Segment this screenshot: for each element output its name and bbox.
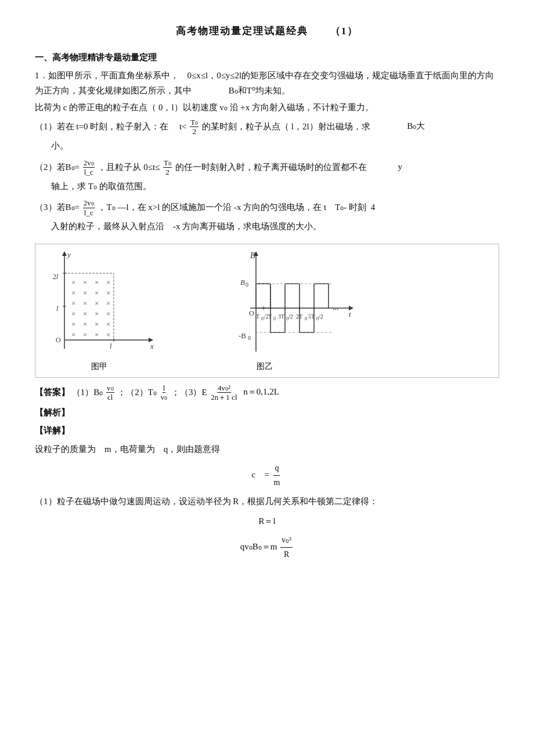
answer-block: 【答案】 （1）B₀ v₀ cl ；（2）T₀ l v₀ ；（3）E 4v₀² …: [35, 384, 499, 402]
svg-text:×: ×: [95, 320, 99, 328]
svg-text:-B: -B: [239, 331, 246, 340]
svg-text:×: ×: [83, 309, 87, 318]
formula-qv0B0-frac-num: v₀²: [280, 533, 293, 548]
svg-text:x: x: [150, 342, 154, 350]
q2-t-frac-den: 2: [165, 168, 170, 177]
formula-c-text: c =: [252, 470, 269, 479]
svg-text:×: ×: [95, 278, 99, 287]
q2-rest2-text: 的任一时刻射入时，粒子离开磁场时的位置都不在: [175, 162, 367, 171]
q1-B0-text: B₀大: [407, 121, 425, 131]
answer1-text: （1）B₀: [72, 387, 103, 396]
formula-c-frac-den: m: [272, 476, 281, 490]
svg-text:×: ×: [83, 320, 87, 328]
q3-line: （3）若B₀= 2v₀ l_c ，T₀ —l，在 x>l 的区域施加一个沿 -x…: [35, 198, 499, 217]
svg-text:×: ×: [106, 330, 110, 339]
q2-t-range-text: 0≤t≤: [143, 162, 160, 171]
answer2-frac: l v₀: [160, 384, 168, 402]
detail-label: 【详解】: [35, 426, 70, 435]
svg-text:×: ×: [95, 309, 99, 318]
svg-text:×: ×: [83, 330, 87, 339]
formula-qv0B0-frac: v₀² R: [280, 533, 293, 562]
svg-text:0: 0: [248, 335, 251, 341]
problem-intro: 1．如图甲所示，平面直角坐标系中， 0≤x≤l，0≤y≤2l的矩形区域中存在交变…: [35, 68, 499, 98]
svg-text:×: ×: [71, 299, 75, 308]
figure-jia-svg: y x O l 2l l × × × × × × × × × × × ×: [41, 250, 157, 357]
q3-frac-den: l_c: [84, 208, 94, 218]
svg-text:2l: 2l: [53, 273, 59, 281]
svg-text:×: ×: [71, 278, 75, 287]
q3-intro-text: （3）若B₀=: [35, 202, 80, 212]
svg-text:0: 0: [261, 316, 264, 321]
answer3-text: ；（3）E: [171, 387, 207, 396]
figure-jia-box: y x O l 2l l × × × × × × × × × × × ×: [41, 250, 157, 374]
detail-block: 【详解】: [35, 424, 499, 439]
q1-intro-text: （1）若在 t=0 时刻，粒子射入：在: [35, 121, 168, 131]
formula-c-frac-num: q: [273, 461, 280, 476]
svg-text:t: t: [349, 310, 351, 319]
svg-marker-1: [62, 251, 67, 256]
svg-text:×: ×: [106, 320, 110, 328]
detail-text: 设粒子的质量为 m，电荷量为 q，则由题意得: [35, 442, 499, 457]
charge-intro: 比荷为 c 的带正电的粒子在点（ 0，l）以初速度 v₀ 沿 +x 方向射入磁场…: [35, 100, 499, 115]
q1-line: （1）若在 t=0 时刻，粒子射入：在 t< T₀ 2 的某时刻，粒子从点（ l…: [35, 118, 499, 136]
svg-text:×: ×: [83, 288, 87, 297]
svg-text:×: ×: [95, 330, 99, 339]
svg-text:0: 0: [246, 281, 248, 288]
answer2-text: ；（2）T₀: [117, 387, 157, 396]
analysis-label: 【解析】: [35, 408, 70, 417]
svg-text:...: ...: [333, 303, 339, 312]
svg-text:5T: 5T: [308, 313, 315, 320]
formula-c-line: c = q m: [35, 461, 499, 490]
q2-line: （2）若B₀= 2v₀ l_c ，且粒子从 0≤t≤ T₀ 2 的任一时刻射入时…: [35, 158, 499, 177]
svg-text:B: B: [240, 278, 245, 287]
q2-frac-num: 2v₀: [83, 158, 95, 168]
svg-text:×: ×: [71, 288, 75, 297]
q1-frac: T₀ 2: [190, 118, 199, 136]
svg-text:×: ×: [83, 278, 87, 287]
svg-text:×: ×: [71, 330, 75, 339]
svg-text:×: ×: [95, 299, 99, 308]
svg-text:T: T: [268, 313, 272, 320]
answer2-frac-den: v₀: [160, 393, 168, 402]
q1-time-text: t<: [171, 121, 187, 131]
q2-rest-text: ，且粒子从: [98, 162, 141, 171]
svg-text:×: ×: [106, 309, 110, 318]
answer1-frac-num: v₀: [106, 384, 114, 393]
fig-yi-label: 图乙: [257, 360, 273, 374]
answer3-frac: 4v₀² 2n＋1 cl: [210, 384, 237, 402]
svg-text:×: ×: [83, 299, 87, 308]
formula-qv0B0-text: qv₀B₀＝m: [240, 542, 277, 551]
svg-text:/2: /2: [288, 313, 293, 320]
formula-qv0B0-line: qv₀B₀＝m v₀² R: [35, 533, 499, 562]
answer3-frac-den: 2n＋1 cl: [210, 393, 237, 402]
q2-t-frac-num: T₀: [163, 158, 172, 168]
sub1-intro: （1）粒子在磁场中做匀速圆周运动，设运动半径为 R，根据几何关系和牛顿第二定律得…: [35, 494, 499, 509]
svg-text:×: ×: [71, 309, 75, 318]
b0-t0-text: B₀和T⁰均未知。: [229, 86, 290, 95]
formula-c-frac: q m: [272, 461, 281, 490]
svg-text:O: O: [249, 309, 254, 317]
figure-yi-svg: B t B 0 -B 0 O: [175, 250, 355, 357]
svg-text:2T: 2T: [296, 313, 302, 320]
q2-intro-text: （2）若B₀=: [35, 162, 80, 171]
q3-frac: 2v₀ l_c: [83, 198, 95, 217]
formula-RI-text: R＝l: [258, 516, 275, 526]
q3-t-T0-text: t T₀- 时刻: [324, 202, 366, 212]
svg-text:×: ×: [106, 278, 110, 287]
answer1-frac: v₀ cl: [106, 384, 114, 402]
q2-y-text: y: [398, 162, 403, 171]
answer3-n-text: n＝0,1,2L: [243, 387, 279, 396]
svg-text:×: ×: [106, 288, 110, 297]
svg-text:O: O: [56, 336, 61, 344]
svg-text:×: ×: [106, 299, 110, 308]
q3-rest-text: 入射的粒子，最终从入射点沿 -x 方向离开磁场，求电场强度的大小。: [51, 219, 499, 234]
fig-jia-label: 图甲: [91, 360, 107, 374]
answer3-frac-num: 4v₀²: [217, 384, 231, 393]
q3-4-text: 4: [371, 202, 376, 212]
q2-t-frac: T₀ 2: [163, 158, 172, 177]
q2-frac: 2v₀ l_c: [83, 158, 95, 177]
svg-text:0: 0: [273, 316, 276, 321]
svg-text:y: y: [66, 250, 71, 259]
svg-text:l: l: [56, 305, 59, 313]
section-title: 一、高考物理精讲专题动量定理: [35, 50, 499, 66]
